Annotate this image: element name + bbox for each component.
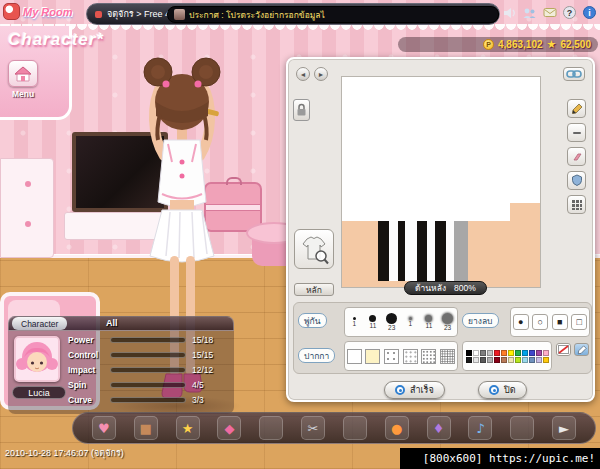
hotbar-slot-11[interactable] bbox=[510, 416, 534, 440]
palette-color[interactable] bbox=[494, 357, 500, 363]
currency-bar: P 4,863,102 ★ 62,500 bbox=[398, 37, 598, 52]
done-button[interactable]: สำเร็จ bbox=[384, 381, 445, 399]
help-icon[interactable]: ? bbox=[562, 5, 577, 20]
filled-square-shape[interactable]: ■ bbox=[552, 314, 568, 330]
color-palette bbox=[462, 341, 552, 371]
page-title: Character* bbox=[8, 30, 104, 50]
palette-color[interactable] bbox=[515, 350, 521, 356]
stat-row-impact: Impact 12/12 bbox=[68, 364, 232, 376]
palette-color[interactable] bbox=[480, 350, 486, 356]
tab-character[interactable]: Character bbox=[12, 317, 67, 330]
link-icon[interactable] bbox=[563, 67, 585, 81]
pattern-swatch[interactable] bbox=[365, 349, 380, 364]
hotbar-slot-10[interactable]: ♪ bbox=[468, 416, 492, 440]
main-tab[interactable]: หลัก bbox=[294, 283, 334, 296]
palette-color[interactable] bbox=[501, 350, 507, 356]
pencil-tool-button[interactable] bbox=[567, 99, 586, 118]
pattern-swatch[interactable] bbox=[440, 349, 455, 364]
picker-pencil-icon bbox=[577, 345, 587, 355]
palette-color[interactable] bbox=[522, 350, 528, 356]
palette-color[interactable] bbox=[473, 350, 479, 356]
close-button[interactable]: ปิด bbox=[478, 381, 527, 399]
pattern-swatch[interactable] bbox=[384, 349, 399, 364]
hotbar-slot-7[interactable] bbox=[343, 416, 367, 440]
garment-preview-button[interactable] bbox=[294, 229, 334, 269]
filled-circle-shape[interactable]: ● bbox=[513, 314, 529, 330]
brush-label[interactable]: พู่กัน bbox=[298, 313, 327, 328]
pattern-swatch[interactable] bbox=[403, 349, 418, 364]
mail-icon[interactable] bbox=[542, 5, 557, 20]
soft-brush-size-23[interactable]: 23 bbox=[440, 313, 456, 331]
radio-icon bbox=[395, 385, 405, 395]
channel-icon bbox=[95, 11, 102, 18]
hotbar-slot-5[interactable] bbox=[259, 416, 283, 440]
palette-color[interactable] bbox=[466, 350, 472, 356]
lock-button[interactable] bbox=[293, 99, 310, 121]
minus-tool-button[interactable] bbox=[567, 123, 586, 142]
soft-brush-size-11[interactable]: 11 bbox=[421, 315, 437, 329]
palette-color[interactable] bbox=[515, 357, 521, 363]
coin-amount: 4,863,102 bbox=[498, 39, 543, 50]
hotbar-slot-2[interactable]: ■ bbox=[134, 416, 158, 440]
palette-color[interactable] bbox=[473, 357, 479, 363]
hotbar-slot-8[interactable]: ● bbox=[385, 416, 409, 440]
character-portrait[interactable] bbox=[14, 336, 60, 382]
brush-size-23[interactable]: 23 bbox=[384, 313, 400, 331]
dot-label: 23 bbox=[444, 325, 451, 331]
stats-filter-all[interactable]: All bbox=[106, 318, 118, 328]
info-icon[interactable]: i bbox=[582, 5, 597, 20]
pattern-swatch[interactable] bbox=[347, 349, 362, 364]
palette-color[interactable] bbox=[487, 357, 493, 363]
view-side-label: ด้านหลัง bbox=[415, 281, 446, 295]
palette-color[interactable] bbox=[536, 357, 542, 363]
eraser-label[interactable]: ยางลบ bbox=[462, 313, 499, 328]
color-picker-button[interactable] bbox=[574, 343, 589, 356]
channel-breadcrumb[interactable]: จตุจักร > Free 4 bbox=[107, 7, 170, 21]
announcement-text: ประกาศ : โปรดระวังอย่ากรอกข้อมูลไ bbox=[189, 8, 325, 22]
palette-color[interactable] bbox=[522, 357, 528, 363]
soft-brush-size-1[interactable]: 1 bbox=[402, 317, 418, 327]
eraser-tool-button[interactable] bbox=[567, 147, 586, 166]
design-canvas[interactable] bbox=[341, 76, 541, 288]
outline-circle-shape[interactable]: ○ bbox=[532, 314, 548, 330]
palette-color[interactable] bbox=[529, 357, 535, 363]
menu-button[interactable]: Menu bbox=[5, 60, 41, 104]
stat-label: Impact bbox=[68, 365, 110, 375]
brush-size-11[interactable]: 11 bbox=[365, 315, 381, 329]
shape-panel: ● ○ ■ □ bbox=[510, 307, 590, 337]
prev-button[interactable]: ◄ bbox=[296, 67, 310, 81]
grid-tool-button[interactable] bbox=[567, 195, 586, 214]
pattern-swatch[interactable] bbox=[421, 349, 436, 364]
outline-square-shape[interactable]: □ bbox=[571, 314, 587, 330]
palette-color[interactable] bbox=[466, 357, 472, 363]
palette-color[interactable] bbox=[543, 357, 549, 363]
hotbar-slot-1[interactable]: ♥ bbox=[92, 416, 116, 440]
next-button[interactable]: ► bbox=[314, 67, 328, 81]
palette-color[interactable] bbox=[508, 357, 514, 363]
palette-color[interactable] bbox=[480, 357, 486, 363]
palette-color[interactable] bbox=[508, 350, 514, 356]
stat-rows: Power 15/18 Control 15/15 Impact 12/12 S… bbox=[68, 334, 232, 406]
palette-color[interactable] bbox=[543, 350, 549, 356]
hotbar-slot-3[interactable]: ★ bbox=[176, 416, 200, 440]
dresser-knob bbox=[25, 181, 31, 187]
hotbar-slot-12[interactable]: ► bbox=[552, 416, 576, 440]
pen-label[interactable]: ปากกา bbox=[298, 348, 335, 363]
community-icon[interactable] bbox=[522, 5, 537, 20]
palette-color[interactable] bbox=[529, 350, 535, 356]
volume-icon[interactable] bbox=[502, 5, 517, 20]
stamp-tool-button[interactable] bbox=[567, 171, 586, 190]
palette-color[interactable] bbox=[501, 357, 507, 363]
hotbar-slot-9[interactable]: ♦ bbox=[427, 416, 451, 440]
hotbar-slot-6[interactable]: ✂ bbox=[301, 416, 325, 440]
palette-color[interactable] bbox=[487, 350, 493, 356]
brush-size-1[interactable]: 1 bbox=[346, 317, 362, 327]
palette-color[interactable] bbox=[494, 350, 500, 356]
game-screen: My Room จตุจักร > Free 4 ประกาศ : โปรดระ… bbox=[0, 0, 600, 469]
no-color-button[interactable] bbox=[556, 343, 571, 356]
home-icon bbox=[8, 60, 38, 87]
palette-color[interactable] bbox=[536, 350, 542, 356]
stat-label: Control bbox=[68, 350, 110, 360]
hotbar-slot-4[interactable]: ◆ bbox=[217, 416, 241, 440]
announcement-bar[interactable]: ประกาศ : โปรดระวังอย่ากรอกข้อมูลไ bbox=[167, 6, 499, 23]
